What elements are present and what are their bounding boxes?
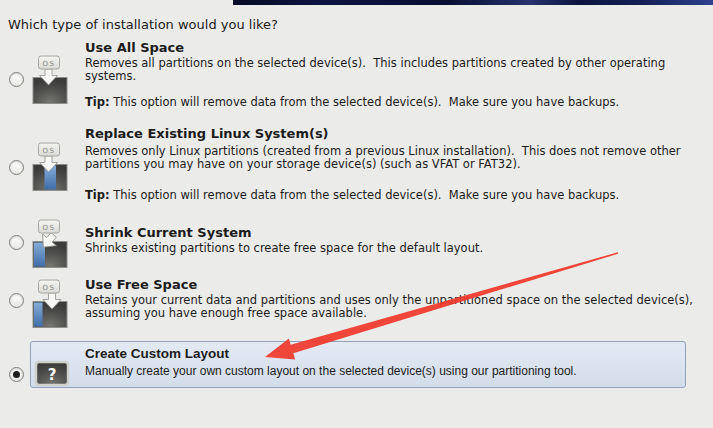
page-title: Which type of installation would you lik… [8, 17, 278, 32]
option-row-replace-existing-linux[interactable]: Replace Existing Linux System(s) [85, 126, 329, 141]
radio-use-all-space[interactable] [9, 72, 24, 87]
os-to-entire-drive-icon: OS [31, 55, 69, 105]
question-mark-glyph: ? [48, 366, 57, 384]
option-description: Manually create your own custom layout o… [85, 364, 577, 378]
question-mark-drive-icon: ? [34, 360, 70, 387]
radio-shrink-current-system[interactable] [9, 235, 24, 250]
option-description: Shrinks existing partitions to create fr… [85, 242, 703, 255]
installation-type-screen: Which type of installation would you lik… [0, 0, 713, 428]
option-title: Replace Existing Linux System(s) [85, 126, 329, 141]
option-row-shrink-current-system[interactable]: Shrink Current System [85, 225, 252, 240]
option-description: Retains your current data and partitions… [85, 294, 703, 320]
os-tag-label: OS [43, 224, 56, 232]
tip-text: This option will remove data from the se… [110, 188, 620, 202]
shrink-partition-icon: OS [31, 219, 69, 269]
os-to-linux-partitions-icon: OS [31, 142, 69, 192]
option-description: Removes only Linux partitions (created f… [85, 145, 703, 171]
option-row-create-custom-layout[interactable]: Create Custom Layout [85, 346, 229, 361]
radio-use-free-space[interactable] [9, 293, 24, 308]
tip-label: Tip: [85, 188, 110, 202]
os-tag-label: OS [43, 284, 56, 292]
option-row-use-all-space[interactable]: Use All Space [85, 40, 184, 55]
tip-label: Tip: [85, 95, 110, 109]
option-description: Removes all partitions on the selected d… [85, 57, 703, 83]
option-tip: Tip: This option will remove data from t… [85, 95, 619, 109]
option-tip: Tip: This option will remove data from t… [85, 188, 619, 202]
option-title: Shrink Current System [85, 225, 252, 240]
window-top-accent-bar [233, 0, 713, 5]
option-title: Create Custom Layout [85, 346, 229, 361]
radio-create-custom-layout[interactable] [9, 367, 24, 382]
option-title: Use All Space [85, 40, 184, 55]
os-to-free-space-icon: OS [31, 279, 69, 329]
option-row-use-free-space[interactable]: Use Free Space [85, 277, 197, 292]
os-tag-label: OS [43, 60, 56, 68]
tip-text: This option will remove data from the se… [110, 95, 620, 109]
radio-replace-existing-linux[interactable] [9, 160, 24, 175]
os-tag-label: OS [43, 147, 56, 155]
option-title: Use Free Space [85, 277, 197, 292]
